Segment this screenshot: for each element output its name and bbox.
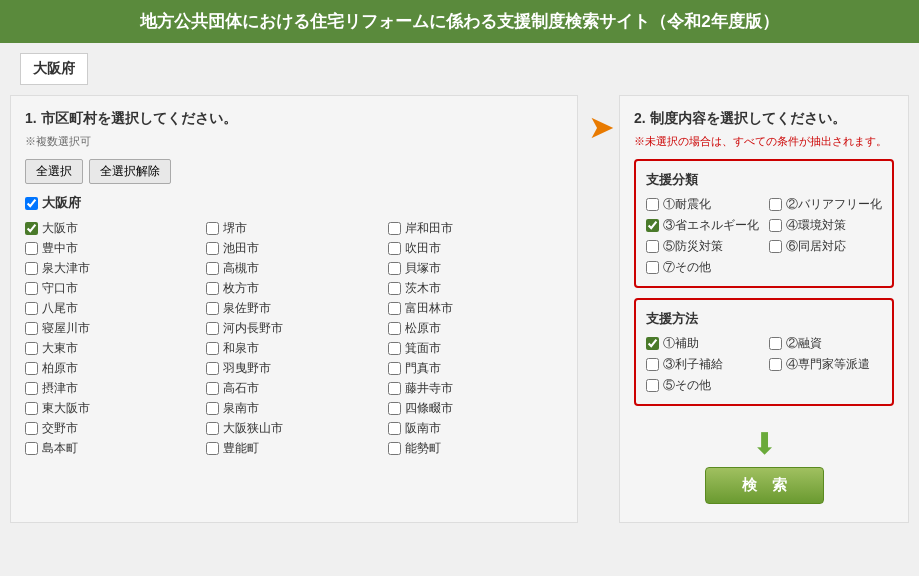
- city-checkbox[interactable]: [206, 342, 219, 355]
- city-checkbox[interactable]: [206, 442, 219, 455]
- city-label: 大阪市: [42, 220, 78, 237]
- support-method-label: ②融資: [786, 335, 822, 352]
- support-type-checkbox[interactable]: [646, 261, 659, 274]
- support-method-checkbox[interactable]: [769, 337, 782, 350]
- city-checkbox[interactable]: [206, 402, 219, 415]
- city-checkbox[interactable]: [25, 342, 38, 355]
- city-checkbox[interactable]: [206, 262, 219, 275]
- support-method-item: ②融資: [769, 335, 882, 352]
- city-label: 高石市: [223, 380, 259, 397]
- support-method-checkbox[interactable]: [769, 358, 782, 371]
- city-label: 東大阪市: [42, 400, 90, 417]
- city-checkbox[interactable]: [206, 282, 219, 295]
- city-item: 茨木市: [388, 280, 563, 297]
- city-item: 大阪狭山市: [206, 420, 381, 437]
- select-all-button[interactable]: 全選択: [25, 159, 83, 184]
- city-item: 松原市: [388, 320, 563, 337]
- city-checkbox[interactable]: [25, 242, 38, 255]
- city-checkbox[interactable]: [25, 382, 38, 395]
- city-checkbox[interactable]: [388, 342, 401, 355]
- city-checkbox[interactable]: [25, 282, 38, 295]
- city-label: 和泉市: [223, 340, 259, 357]
- support-type-item: ③省エネルギー化: [646, 217, 759, 234]
- support-method-section: 支援方法 ①補助②融資③利子補給④専門家等派遣⑤その他: [634, 298, 894, 406]
- support-type-grid: ①耐震化②バリアフリー化③省エネルギー化④環境対策⑤防災対策⑥同居対応⑦その他: [646, 196, 882, 276]
- prefecture-checkbox[interactable]: [25, 197, 38, 210]
- city-checkbox[interactable]: [25, 422, 38, 435]
- city-checkbox[interactable]: [25, 442, 38, 455]
- city-checkbox[interactable]: [388, 282, 401, 295]
- support-type-label: ⑥同居対応: [786, 238, 846, 255]
- support-method-title: 支援方法: [646, 310, 882, 328]
- support-type-checkbox[interactable]: [646, 198, 659, 211]
- right-panel: 2. 制度内容を選択してください。 ※未選択の場合は、すべての条件が抽出されます…: [619, 95, 909, 523]
- support-type-label: ⑦その他: [663, 259, 711, 276]
- city-checkbox[interactable]: [206, 422, 219, 435]
- support-type-checkbox[interactable]: [769, 219, 782, 232]
- support-type-item: ④環境対策: [769, 217, 882, 234]
- city-checkbox[interactable]: [25, 402, 38, 415]
- city-label: 四條畷市: [405, 400, 453, 417]
- city-label: 大阪狭山市: [223, 420, 283, 437]
- support-type-item: ①耐震化: [646, 196, 759, 213]
- deselect-all-button[interactable]: 全選択解除: [89, 159, 171, 184]
- city-checkbox[interactable]: [388, 222, 401, 235]
- support-method-item: ⑤その他: [646, 377, 759, 394]
- city-checkbox[interactable]: [206, 362, 219, 375]
- city-label: 門真市: [405, 360, 441, 377]
- city-checkbox[interactable]: [388, 322, 401, 335]
- city-item: 富田林市: [388, 300, 563, 317]
- city-checkbox[interactable]: [25, 262, 38, 275]
- city-label: 吹田市: [405, 240, 441, 257]
- city-checkbox[interactable]: [388, 442, 401, 455]
- city-item: 池田市: [206, 240, 381, 257]
- city-checkbox[interactable]: [388, 242, 401, 255]
- support-type-label: ②バリアフリー化: [786, 196, 882, 213]
- city-checkbox[interactable]: [206, 222, 219, 235]
- support-method-item: ③利子補給: [646, 356, 759, 373]
- city-checkbox[interactable]: [206, 302, 219, 315]
- city-checkbox[interactable]: [388, 382, 401, 395]
- city-label: 堺市: [223, 220, 247, 237]
- support-type-checkbox[interactable]: [769, 198, 782, 211]
- city-grid: 大阪市堺市岸和田市豊中市池田市吹田市泉大津市高槻市貝塚市守口市枚方市茨木市八尾市…: [25, 220, 563, 457]
- support-method-item: ①補助: [646, 335, 759, 352]
- city-label: 豊能町: [223, 440, 259, 457]
- city-label: 寝屋川市: [42, 320, 90, 337]
- city-label: 貝塚市: [405, 260, 441, 277]
- city-checkbox[interactable]: [25, 222, 38, 235]
- city-checkbox[interactable]: [388, 402, 401, 415]
- city-item: 能勢町: [388, 440, 563, 457]
- city-checkbox[interactable]: [206, 242, 219, 255]
- city-checkbox[interactable]: [388, 262, 401, 275]
- city-item: 河内長野市: [206, 320, 381, 337]
- support-method-checkbox[interactable]: [646, 358, 659, 371]
- city-label: 阪南市: [405, 420, 441, 437]
- city-item: 吹田市: [388, 240, 563, 257]
- support-method-checkbox[interactable]: [646, 337, 659, 350]
- city-checkbox[interactable]: [388, 362, 401, 375]
- city-item: 岸和田市: [388, 220, 563, 237]
- city-item: 箕面市: [388, 340, 563, 357]
- support-method-checkbox[interactable]: [646, 379, 659, 392]
- city-checkbox[interactable]: [206, 322, 219, 335]
- support-type-checkbox[interactable]: [769, 240, 782, 253]
- city-checkbox[interactable]: [25, 322, 38, 335]
- city-checkbox[interactable]: [206, 382, 219, 395]
- city-checkbox[interactable]: [25, 302, 38, 315]
- city-item: 豊能町: [206, 440, 381, 457]
- city-checkbox[interactable]: [388, 302, 401, 315]
- city-checkbox[interactable]: [388, 422, 401, 435]
- prefecture-checkbox-row: 大阪府: [25, 194, 563, 212]
- city-checkbox[interactable]: [25, 362, 38, 375]
- support-type-checkbox[interactable]: [646, 240, 659, 253]
- city-label: 藤井寺市: [405, 380, 453, 397]
- arrow-right-icon: ➤: [588, 111, 615, 143]
- search-button[interactable]: 検 索: [705, 467, 824, 504]
- support-type-item: ⑥同居対応: [769, 238, 882, 255]
- support-type-label: ③省エネルギー化: [663, 217, 759, 234]
- city-item: 島本町: [25, 440, 200, 457]
- left-panel: 1. 市区町村を選択してください。 ※複数選択可 全選択 全選択解除 大阪府 大…: [10, 95, 578, 523]
- support-method-item: ④専門家等派遣: [769, 356, 882, 373]
- support-type-checkbox[interactable]: [646, 219, 659, 232]
